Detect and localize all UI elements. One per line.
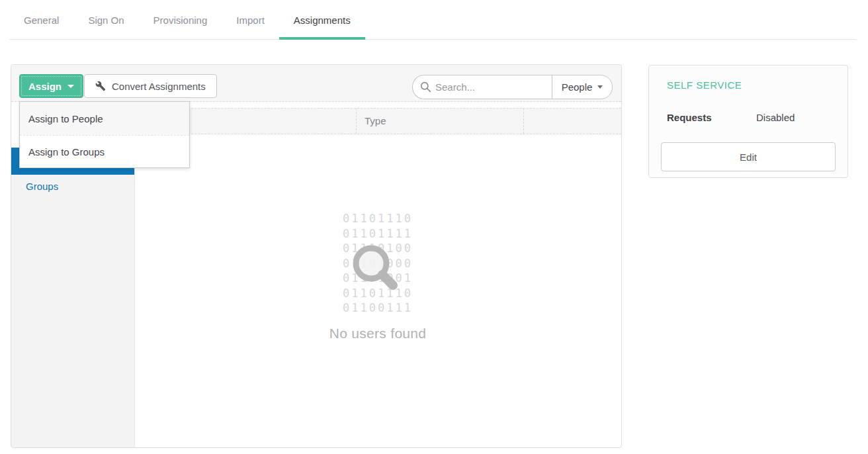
self-service-panel: SELF SERVICE Requests Disabled Edit (648, 65, 848, 178)
tab-provisioning[interactable]: Provisioning (139, 0, 222, 39)
magnifier-icon (351, 244, 404, 296)
empty-state: 01101110 01101111 01110100 01101000 0110… (329, 211, 427, 341)
requests-value: Disabled (756, 112, 795, 123)
assignments-table-header: Type (135, 108, 621, 134)
convert-assignments-button[interactable]: Convert Assignments (84, 74, 217, 98)
convert-assignments-label: Convert Assignments (112, 81, 206, 92)
menu-item-assign-to-groups[interactable]: Assign to Groups (20, 135, 189, 167)
assign-dropdown-menu: Assign to People Assign to Groups (19, 101, 190, 168)
requests-label: Requests (667, 112, 712, 123)
caret-down-icon (67, 85, 74, 88)
caret-down-icon (597, 85, 603, 89)
assign-button-label: Assign (28, 81, 62, 92)
filter-sidebar: People Groups (11, 148, 135, 447)
wrench-icon (95, 81, 106, 91)
search-group: People (412, 75, 613, 99)
assignments-panel: Assign Convert Assignments People (11, 64, 622, 448)
assignments-content: 01101110 01101111 01110100 01101000 0110… (135, 134, 621, 447)
assignments-toolbar: Assign Convert Assignments People (11, 65, 621, 102)
edit-button[interactable]: Edit (661, 142, 836, 171)
tab-assignments[interactable]: Assignments (279, 0, 365, 39)
assign-button[interactable]: Assign (19, 74, 83, 98)
search-scope-label: People (562, 81, 593, 93)
search-box (412, 75, 552, 99)
binary-line: 01101111 (329, 226, 427, 242)
tab-import[interactable]: Import (222, 0, 279, 39)
search-scope-select[interactable]: People (552, 75, 613, 99)
binary-line: 01100111 (329, 300, 427, 316)
sidebar-item-groups[interactable]: Groups (11, 175, 134, 198)
binary-line: 01101110 (329, 211, 427, 226)
tab-sign-on[interactable]: Sign On (73, 0, 138, 39)
tab-general[interactable]: General (9, 0, 73, 39)
column-header-type: Type (356, 109, 523, 134)
self-service-title: SELF SERVICE (667, 79, 742, 91)
app-tab-bar: General Sign On Provisioning Import Assi… (9, 0, 856, 40)
column-header-actions (523, 109, 621, 134)
menu-item-assign-to-people[interactable]: Assign to People (20, 102, 189, 135)
search-input[interactable] (412, 75, 552, 99)
empty-state-message: No users found (329, 326, 427, 341)
search-icon (420, 81, 431, 93)
